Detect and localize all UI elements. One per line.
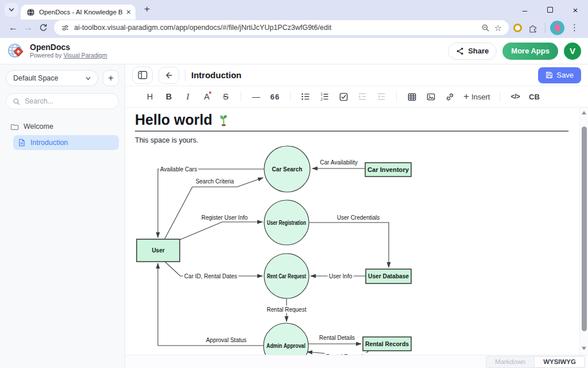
save-button[interactable]: Save (538, 67, 581, 83)
flow-label: Car Availability (320, 159, 357, 166)
diagram-process-admin-approval: Admin Approval (264, 323, 308, 355)
tab-close-icon[interactable]: × (126, 8, 131, 16)
search-placeholder: Search... (25, 97, 53, 105)
seedling-emoji-icon (218, 113, 230, 126)
data-flow-diagram-svg: Car SearchUser RegistrationRent Car Requ… (135, 144, 422, 355)
search-input[interactable]: Search... (6, 93, 119, 109)
flow-line (180, 222, 262, 240)
tool-outdent-icon (373, 89, 390, 105)
close-window-button[interactable]: × (563, 0, 588, 20)
minimize-button[interactable]: – (512, 0, 537, 20)
toolbar-separator (290, 91, 291, 102)
new-tab-button[interactable]: + (140, 2, 154, 16)
flow-label: Rental Records (326, 354, 366, 355)
tool-table-icon[interactable] (403, 89, 420, 105)
editor-content[interactable]: Hello world This space is yours. Car Sea… (125, 108, 588, 355)
tool-quote-button[interactable]: 66 (266, 89, 284, 105)
mode-wysiwyg-button[interactable]: WYSIWYG (535, 356, 585, 368)
svg-text:Car Search: Car Search (272, 166, 303, 172)
tool-strikethrough-button[interactable]: S (217, 89, 234, 105)
panel-left-icon (138, 71, 148, 79)
browser-menu-icon[interactable]: ⋮ (564, 22, 581, 33)
more-apps-button[interactable]: More Apps (502, 43, 558, 60)
page-title: Introduction (191, 70, 241, 80)
toggle-sidebar-button[interactable] (132, 67, 153, 84)
tool-link-icon[interactable] (441, 89, 458, 105)
tool-code-block-button[interactable]: CB (525, 89, 543, 105)
folder-icon (10, 122, 19, 131)
diagram-entity-rental-records: Rental Records (363, 337, 411, 351)
back-button[interactable]: ← (6, 20, 21, 35)
header-divider (185, 70, 185, 81)
url-bar[interactable]: ai-toolbox.visual-paradigm.com/app/opend… (54, 20, 509, 35)
diagram-entity-user: User (137, 239, 180, 262)
save-label: Save (556, 71, 574, 79)
url-text[interactable]: ai-toolbox.visual-paradigm.com/app/opend… (74, 24, 477, 32)
extensions-button[interactable] (525, 20, 540, 35)
plus-icon: + (463, 91, 469, 102)
scrollbar-thumb[interactable] (582, 126, 587, 331)
toolbar-separator (396, 91, 397, 102)
toolbar-divider (545, 22, 546, 33)
tool-task-list-icon[interactable] (335, 89, 352, 105)
bookmark-star-icon[interactable]: ☆ (494, 24, 502, 32)
search-icon (13, 98, 20, 105)
document-heading: Hello world (135, 112, 568, 132)
intro-paragraph: This space is yours. (135, 136, 568, 144)
svg-text:Rent Car Request: Rent Car Request (267, 273, 307, 279)
reload-icon (39, 24, 48, 32)
zoom-icon[interactable] (481, 24, 490, 32)
tool-image-icon[interactable] (422, 89, 439, 105)
sidebar-item-introduction[interactable]: Introduction (13, 135, 119, 150)
app-name: OpenDocs (30, 43, 107, 52)
space-selector[interactable]: Default Space (6, 70, 98, 86)
maximize-button[interactable] (537, 0, 563, 20)
browser-tab[interactable]: OpenDocs - AI Knowledge Base × (21, 5, 136, 20)
profile-avatar[interactable] (550, 21, 564, 35)
tool-font-color-button[interactable]: A (198, 89, 215, 105)
add-space-button[interactable]: + (103, 70, 119, 86)
user-avatar[interactable]: V (564, 43, 581, 60)
back-arrow-icon (164, 71, 173, 80)
flow-line (165, 178, 263, 239)
maximize-icon (547, 7, 553, 13)
svg-text:User: User (152, 247, 164, 254)
tool-inline-code-button[interactable]: </> (506, 89, 524, 105)
mode-markdown-button[interactable]: Markdown (486, 356, 535, 368)
editor-toolbar: HBIAS—6612+Insert</>CB (125, 86, 588, 108)
flow-line (309, 223, 389, 267)
vertical-scrollbar[interactable] (579, 108, 588, 355)
flow-label: Register User Info (202, 214, 248, 221)
browser-tab-strip: OpenDocs - AI Knowledge Base × + – × (0, 0, 588, 20)
tool-insert-button[interactable]: +Insert (460, 89, 493, 105)
toolbar-separator (241, 91, 241, 102)
reload-button[interactable] (36, 20, 51, 35)
tool-bold-button[interactable]: B (160, 89, 177, 105)
tool-bullet-list-icon[interactable] (297, 89, 314, 105)
flow-label: Rental Details (319, 335, 355, 341)
extension-badge-icon[interactable] (513, 24, 522, 32)
sidebar-item-label: Welcome (24, 122, 53, 131)
toolbar-separator (500, 91, 500, 102)
app-header: OpenDocs Powered by Visual Paradigm Shar… (0, 38, 588, 64)
sidebar-item-welcome[interactable]: Welcome (6, 119, 119, 134)
scroll-up-arrow-icon[interactable] (582, 111, 586, 114)
visual-paradigm-link[interactable]: Visual Paradigm (63, 52, 107, 59)
tab-search-button[interactable] (5, 3, 18, 17)
diagram-process-car-search: Car Search (264, 146, 310, 192)
svg-text:2: 2 (320, 97, 323, 101)
tool-horizontal-rule-button[interactable]: — (247, 89, 265, 105)
tool-heading-button[interactable]: H (141, 89, 158, 105)
back-to-pages-button[interactable] (158, 67, 179, 84)
tool-italic-button[interactable]: I (179, 89, 196, 105)
powered-by: Powered by Visual Paradigm (30, 52, 107, 59)
embedded-diagram[interactable]: Car SearchUser RegistrationRent Car Requ… (135, 144, 568, 355)
scroll-down-arrow-icon[interactable] (582, 347, 586, 350)
share-button[interactable]: Share (448, 43, 497, 60)
tool-ordered-list-icon[interactable]: 12 (316, 89, 333, 105)
insert-label: Insert (471, 93, 490, 101)
flow-label: Available Cars (160, 166, 197, 172)
share-label: Share (468, 47, 489, 55)
editor-mode-strip: Markdown WYSIWYG (125, 355, 588, 368)
svg-text:User Registration: User Registration (267, 220, 306, 226)
